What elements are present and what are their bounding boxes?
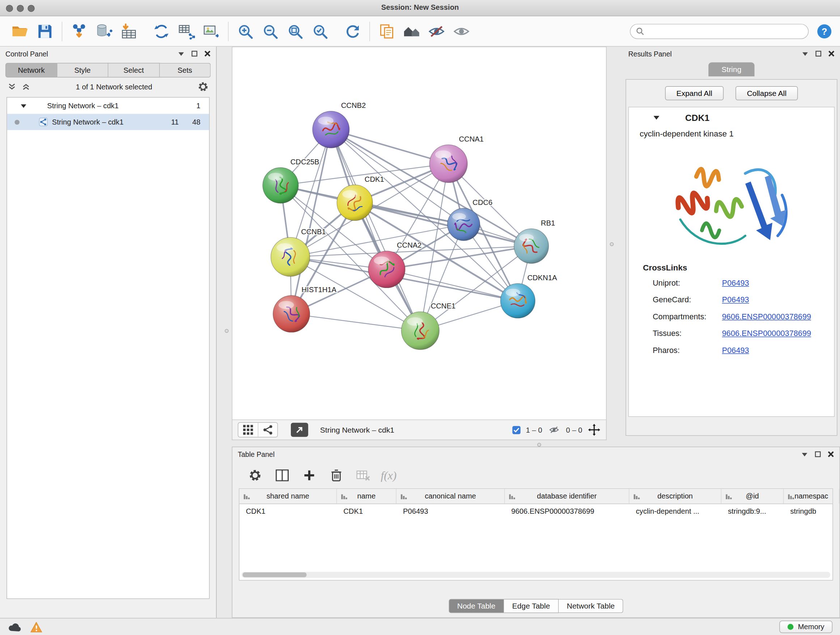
network-node-CCNB1[interactable] bbox=[271, 238, 310, 277]
import-table-button[interactable] bbox=[117, 19, 141, 44]
network-node-CDK1[interactable] bbox=[337, 185, 373, 221]
column-sort-icon[interactable] bbox=[508, 493, 515, 500]
column-sort-icon[interactable] bbox=[725, 493, 732, 500]
selected-items-checkbox[interactable] bbox=[512, 426, 520, 434]
show-all-button[interactable] bbox=[449, 19, 474, 44]
crosslink-link[interactable]: 9606.ENSP00000378699 bbox=[722, 312, 811, 321]
column-sort-icon[interactable] bbox=[243, 493, 250, 500]
zoom-out-button[interactable] bbox=[258, 19, 283, 44]
network-from-image-button[interactable] bbox=[199, 19, 224, 44]
show-columns-button[interactable] bbox=[272, 466, 292, 485]
panel-close-icon[interactable] bbox=[828, 50, 835, 57]
column-header-database-identifier[interactable]: database identifier bbox=[505, 489, 629, 503]
network-canvas[interactable]: CCNB2CCNA1CDC25BCDK1CDC6RB1CCNB1CCNA2CDK… bbox=[232, 47, 607, 420]
network-from-table-button[interactable] bbox=[174, 19, 199, 44]
edge-CCNB2-CCNE1[interactable] bbox=[331, 130, 420, 331]
bottom-splitter-handle[interactable] bbox=[537, 443, 541, 447]
edge-HIST1H1A-CCNE1[interactable] bbox=[291, 314, 420, 331]
warning-icon[interactable] bbox=[30, 622, 42, 632]
tree-expander-icon[interactable] bbox=[20, 103, 27, 109]
refresh-view-button[interactable] bbox=[340, 19, 365, 44]
panel-collapse-icon[interactable] bbox=[801, 451, 808, 457]
network-options-gear-icon[interactable] bbox=[197, 81, 208, 92]
right-splitter-handle[interactable] bbox=[610, 242, 614, 246]
zoom-selected-button[interactable] bbox=[308, 19, 332, 44]
tab-sets[interactable]: Sets bbox=[159, 63, 210, 78]
column-sort-icon[interactable] bbox=[633, 493, 640, 500]
gene-collapse-icon[interactable] bbox=[653, 114, 660, 121]
network-node-CDC25B[interactable] bbox=[263, 168, 298, 203]
hide-selected-button[interactable] bbox=[424, 19, 449, 44]
network-node-CCNE1[interactable] bbox=[401, 312, 439, 350]
table-cell[interactable]: stringdb:9... bbox=[722, 504, 783, 518]
panel-float-icon[interactable] bbox=[191, 50, 198, 57]
table-cell[interactable]: cyclin-dependent ... bbox=[630, 504, 722, 518]
network-node-CDC6[interactable] bbox=[447, 208, 480, 241]
cloud-icon[interactable] bbox=[8, 622, 22, 632]
table-cell[interactable]: CDK1 bbox=[240, 504, 337, 518]
column-sort-icon[interactable] bbox=[788, 493, 794, 500]
tab-style[interactable]: Style bbox=[57, 63, 108, 78]
tab-edge-table[interactable]: Edge Table bbox=[504, 599, 559, 613]
network-node-CCNA2[interactable] bbox=[368, 251, 405, 288]
scrollbar-thumb[interactable] bbox=[243, 572, 307, 577]
home-button[interactable] bbox=[399, 19, 424, 44]
column-header-canonical-name[interactable]: canonical name bbox=[396, 489, 505, 503]
delete-column-button[interactable] bbox=[327, 466, 346, 485]
crosslink-link[interactable]: P06493 bbox=[722, 345, 749, 354]
table-cell[interactable]: stringdb bbox=[783, 504, 839, 518]
memory-button[interactable]: Memory bbox=[780, 621, 832, 633]
table-row[interactable]: CDK1CDK1P064939606.ENSP00000378699cyclin… bbox=[240, 504, 832, 518]
import-network-file-button[interactable] bbox=[66, 19, 92, 44]
table-cell[interactable]: CDK1 bbox=[337, 504, 396, 518]
table-horizontal-scrollbar[interactable] bbox=[242, 572, 830, 578]
export-network-button[interactable] bbox=[291, 423, 308, 437]
search-input[interactable] bbox=[648, 27, 803, 35]
tab-string[interactable]: String bbox=[709, 62, 755, 76]
column-header-name[interactable]: name bbox=[337, 489, 396, 503]
panel-float-icon[interactable] bbox=[815, 50, 821, 57]
expand-all-button[interactable]: Expand All bbox=[665, 86, 723, 100]
network-node-RB1[interactable] bbox=[514, 229, 549, 264]
panel-collapse-icon[interactable] bbox=[802, 51, 808, 57]
clone-network-button[interactable] bbox=[374, 19, 399, 44]
add-column-button[interactable] bbox=[300, 466, 319, 485]
panel-float-icon[interactable] bbox=[815, 451, 821, 458]
network-graph[interactable]: CCNB2CCNA1CDC25BCDK1CDC6RB1CCNB1CCNA2CDK… bbox=[232, 47, 607, 421]
network-view-button[interactable] bbox=[258, 423, 278, 437]
collapse-all-button[interactable]: Collapse All bbox=[736, 86, 798, 100]
column-sort-icon[interactable] bbox=[341, 493, 347, 500]
expand-all-networks-icon[interactable] bbox=[22, 82, 30, 91]
pan-crosshair-icon[interactable] bbox=[587, 423, 600, 436]
column-header-namespac[interactable]: namespac bbox=[783, 489, 839, 503]
help-button[interactable]: ? bbox=[815, 22, 834, 41]
tab-network[interactable]: Network bbox=[5, 63, 57, 78]
network-node-CCNA1[interactable] bbox=[429, 145, 467, 183]
tab-node-table[interactable]: Node Table bbox=[448, 599, 504, 613]
tab-network-table[interactable]: Network Table bbox=[559, 599, 623, 613]
crosslink-link[interactable]: P06493 bbox=[722, 295, 749, 304]
column-header-shared-name[interactable]: shared name bbox=[240, 489, 337, 503]
tab-select[interactable]: Select bbox=[108, 63, 159, 78]
panel-close-icon[interactable] bbox=[828, 451, 834, 458]
crosslink-link[interactable]: 9606.ENSP00000378699 bbox=[722, 329, 811, 337]
table-cell[interactable]: P06493 bbox=[396, 504, 505, 518]
grid-view-button[interactable] bbox=[238, 423, 258, 437]
left-splitter-handle[interactable] bbox=[225, 329, 228, 333]
zoom-fit-button[interactable] bbox=[283, 19, 308, 44]
column-sort-icon[interactable] bbox=[400, 493, 407, 500]
column-header--id[interactable]: @id bbox=[722, 489, 783, 503]
network-collection-row[interactable]: String Network – cdk1 1 bbox=[7, 97, 209, 114]
table-settings-button[interactable] bbox=[245, 466, 265, 485]
crosslink-link[interactable]: P06493 bbox=[722, 279, 749, 287]
zoom-in-button[interactable] bbox=[233, 19, 258, 44]
collapse-all-networks-icon[interactable] bbox=[8, 82, 16, 91]
panel-collapse-icon[interactable] bbox=[178, 51, 185, 57]
table-cell[interactable]: 9606.ENSP00000378699 bbox=[505, 504, 629, 518]
edge-CCNA2-CDKN1A[interactable] bbox=[387, 269, 518, 301]
network-node-CDKN1A[interactable] bbox=[500, 283, 535, 318]
column-header-description[interactable]: description bbox=[630, 489, 722, 503]
new-network-button[interactable] bbox=[149, 19, 174, 44]
save-session-button[interactable] bbox=[33, 19, 57, 44]
network-node-CCNB2[interactable] bbox=[313, 111, 349, 148]
